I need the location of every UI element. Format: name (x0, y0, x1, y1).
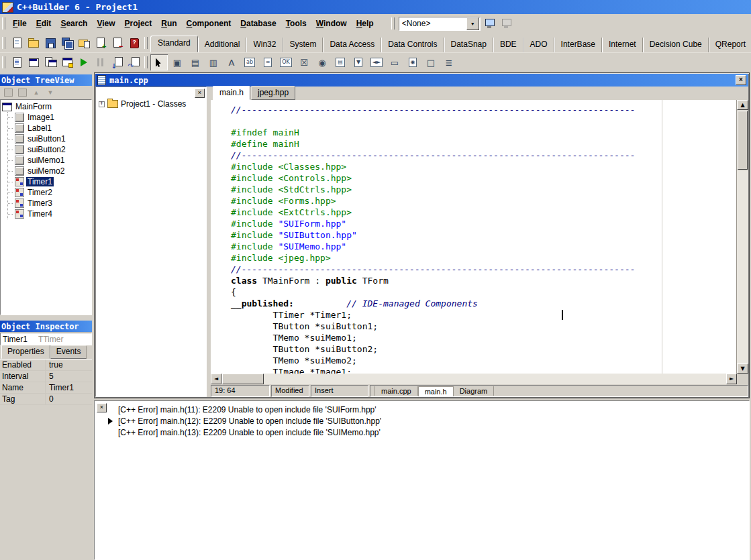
vertical-scroll-track[interactable] (737, 170, 748, 363)
code-line[interactable]: TButton *suiButton2; (231, 343, 736, 355)
pause-button[interactable] (92, 55, 109, 70)
code-line[interactable]: #include <Forms.hpp> (231, 195, 736, 207)
new-form-button[interactable] (58, 55, 75, 70)
new-item-button[interactable] (2, 87, 14, 98)
add-file-button[interactable] (92, 35, 109, 50)
palette-tab-win32[interactable]: Win32 (246, 38, 283, 52)
scroll-bar-button[interactable]: ◄► (368, 54, 385, 70)
scroll-left-icon[interactable]: ◄ (211, 374, 221, 384)
property-name[interactable]: Enabled (0, 359, 46, 370)
edit-button[interactable]: ab (241, 54, 258, 70)
property-name[interactable]: Interval (0, 371, 46, 382)
code-line[interactable]: //--------------------------------------… (231, 150, 736, 161)
palette-grip[interactable] (144, 37, 148, 49)
checkbox-button[interactable]: ☒ (295, 54, 313, 70)
property-name[interactable]: Tag (0, 394, 46, 404)
code-line[interactable]: TMemo *suiMemo1; (231, 332, 736, 343)
components-grip[interactable] (144, 56, 148, 68)
desktop-combo[interactable]: <None> ▼ (399, 17, 481, 31)
code-line[interactable]: //--------------------------------------… (231, 264, 736, 275)
bottom-tab-main-cpp[interactable]: main.cpp (374, 386, 418, 396)
code-line[interactable]: #include <StdCtrls.hpp> (231, 184, 736, 195)
horizontal-scroll-track[interactable] (264, 374, 726, 384)
editor-tab-jpeg-hpp[interactable]: jpeg.hpp (251, 86, 295, 100)
set-debug-desktop-button[interactable] (499, 16, 515, 32)
list-box-button[interactable]: ▤ (332, 54, 349, 70)
file-toolbar-grip[interactable] (2, 37, 5, 49)
panel-button[interactable]: □ (422, 54, 440, 70)
cursor-button[interactable] (150, 54, 168, 70)
tree-item-mainform[interactable]: MainForm (2, 101, 91, 112)
horizontal-scroll-thumb[interactable] (222, 374, 264, 384)
palette-tab-standard[interactable]: Standard (150, 36, 198, 52)
scroll-up-icon[interactable]: ▲ (737, 100, 748, 110)
code-line[interactable] (231, 115, 736, 127)
code-line[interactable]: { (231, 286, 736, 298)
view-toolbar-grip[interactable] (2, 56, 5, 68)
palette-tab-decision-cube[interactable]: Decision Cube (643, 38, 709, 52)
menu-item-database[interactable]: Database (236, 17, 281, 30)
palette-tab-internet[interactable]: Internet (602, 38, 643, 52)
bottom-tab-main-h[interactable]: main.h (418, 386, 454, 396)
menu-item-view[interactable]: View (92, 17, 119, 30)
open-project-button[interactable] (75, 35, 92, 50)
app-titlebar[interactable]: C++Builder 6 - Project1 (0, 0, 751, 14)
property-name[interactable]: Name (0, 382, 46, 393)
code-line[interactable]: #include <Controls.hpp> (231, 172, 736, 184)
menu-item-component[interactable]: Component (182, 17, 236, 30)
toggle-form-unit-button[interactable] (42, 55, 58, 70)
error-message[interactable]: [C++ Error] main.h(11): E2209 Unable to … (95, 404, 749, 415)
palette-tab-data-access[interactable]: Data Access (323, 38, 381, 52)
palette-tab-bde[interactable]: BDE (493, 38, 523, 52)
palette-tab-data-controls[interactable]: Data Controls (381, 38, 444, 52)
error-message[interactable]: [C++ Error] main.h(12): E2209 Unable to … (95, 415, 749, 427)
property-value[interactable]: true (46, 359, 92, 370)
code-line[interactable]: #include "SUIMemo.hpp" (231, 241, 736, 252)
inspector-tab-events[interactable]: Events (50, 345, 87, 359)
code-line[interactable]: #include <jpeg.hpp> (231, 252, 736, 264)
main-menu-button[interactable]: ▤ (187, 54, 204, 70)
explorer-close-button[interactable]: × (195, 89, 205, 98)
step-over-button[interactable] (126, 55, 142, 70)
move-down-button[interactable]: ▼ (44, 87, 56, 98)
code-line[interactable]: TTimer *Timer1; (231, 309, 736, 321)
code-line[interactable]: #define mainH (231, 138, 736, 150)
save-desktop-button[interactable] (482, 16, 499, 32)
frames-button[interactable]: ▣ (168, 54, 186, 70)
memo-button[interactable]: ≡ (259, 54, 277, 70)
tree-item-image1[interactable]: Image1 (8, 112, 91, 123)
trace-into-button[interactable] (109, 55, 126, 70)
horizontal-scrollbar[interactable]: ◄ ► (211, 374, 737, 384)
save-all-button[interactable] (58, 35, 75, 50)
menu-item-tools[interactable]: Tools (281, 17, 311, 30)
inspector-tab-properties[interactable]: Properties (1, 345, 50, 359)
menu-item-project[interactable]: Project (120, 17, 157, 30)
radio-group-button[interactable]: ◉ (404, 54, 421, 70)
code-line[interactable]: //--------------------------------------… (231, 104, 736, 115)
menu-item-help[interactable]: Help (352, 17, 379, 30)
menu-item-edit[interactable]: Edit (32, 17, 56, 30)
bottom-tab-diagram[interactable]: Diagram (454, 386, 495, 396)
code-line[interactable]: #ifndef mainH (231, 127, 736, 138)
combo-dropdown-icon[interactable]: ▼ (466, 17, 479, 30)
expand-icon[interactable]: + (99, 101, 105, 107)
code-line[interactable]: __published: // IDE-managed Components (231, 298, 736, 309)
code-line[interactable]: TButton *suiButton1; (231, 321, 736, 332)
editor-tab-main-h[interactable]: main.h (213, 86, 250, 100)
editor-titlebar[interactable]: main.cpp × (95, 74, 748, 87)
code-line[interactable]: #include "SUIForm.hpp" (231, 218, 736, 229)
palette-tab-datasnap[interactable]: DataSnap (444, 38, 493, 52)
run-button[interactable] (75, 55, 92, 70)
property-value[interactable]: Timer1 (46, 382, 92, 393)
vertical-scrollbar[interactable]: ▲ ▼ (736, 100, 748, 374)
palette-tab-ado[interactable]: ADO (523, 38, 554, 52)
vertical-scroll-thumb[interactable] (738, 111, 748, 170)
tree-item-timer3[interactable]: Timer3 (8, 198, 91, 209)
desktop-toolbar-grip[interactable] (391, 17, 395, 30)
palette-tab-additional[interactable]: Additional (198, 38, 247, 52)
palette-tab-interbase[interactable]: InterBase (554, 38, 602, 52)
button-button[interactable]: OK (277, 54, 295, 70)
property-value[interactable]: 5 (46, 371, 92, 382)
save-button[interactable] (42, 35, 58, 50)
tree-item-suimemo2[interactable]: suiMemo2 (8, 166, 91, 176)
